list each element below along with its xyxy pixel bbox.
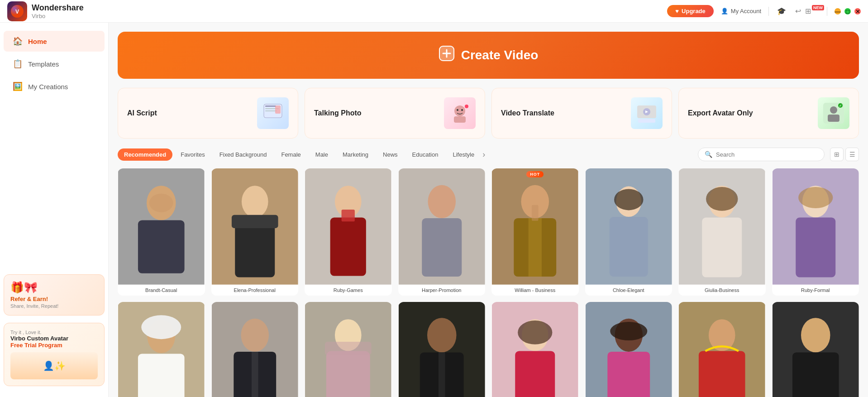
talking-photo-title: Talking Photo — [314, 109, 362, 117]
svg-rect-54 — [796, 218, 835, 277]
feature-card-ai-script[interactable]: AI Script — [118, 88, 298, 139]
sidebar-item-home-label: Home — [28, 38, 47, 45]
history-icon[interactable]: ↩ — [792, 6, 803, 17]
maximize-button[interactable]: □ — [844, 8, 851, 14]
video-translate-title: Video Translate — [501, 109, 554, 117]
graduation-icon[interactable]: 🎓 — [776, 6, 787, 17]
svg-point-10 — [454, 105, 465, 116]
promo-image: 👤✨ — [10, 352, 98, 379]
filter-tab-lifestyle[interactable]: Lifestyle — [446, 148, 481, 161]
avatar-card-10[interactable]: Gabriel-Business — [211, 302, 299, 397]
feature-card-export-avatar[interactable]: Export Avatar Only ✓ — [678, 88, 859, 139]
feature-card-talking-photo[interactable]: Talking Photo — [305, 88, 485, 139]
templates-icon: 📋 — [13, 59, 23, 69]
svg-rect-18 — [638, 119, 655, 123]
avatar-image — [305, 302, 392, 397]
svg-point-47 — [614, 189, 643, 210]
minimize-button[interactable]: — — [835, 8, 841, 14]
search-input[interactable] — [716, 151, 818, 158]
avatar-card-5[interactable]: HOTWilliam - Business — [491, 168, 579, 296]
svg-point-69 — [427, 318, 456, 352]
avatar-card-2[interactable]: Elena-Professional — [211, 168, 299, 296]
avatar-name: Chloe-Elegant — [585, 285, 672, 296]
grid-view-button[interactable]: ⊞ — [830, 148, 844, 161]
avatar-image — [398, 302, 486, 397]
grid-icon[interactable]: ⊞ NEW — [809, 6, 820, 17]
svg-rect-34 — [330, 218, 366, 276]
avatar-image — [305, 168, 392, 285]
filter-tab-marketing[interactable]: Marketing — [336, 148, 375, 161]
avatar-card-7[interactable]: Giulia-Business — [678, 168, 766, 296]
ai-script-image — [257, 97, 289, 129]
titlebar: V Wondershare Virbo ♥ Upgrade 👤 My Accou… — [0, 0, 868, 23]
home-icon: 🏠 — [13, 36, 23, 46]
create-video-icon — [439, 45, 455, 65]
svg-rect-50 — [702, 218, 742, 277]
avatar-card-4[interactable]: Harper-Promotion — [398, 168, 486, 296]
avatar-image — [118, 168, 205, 285]
avatar-image — [211, 168, 299, 285]
svg-rect-11 — [454, 116, 466, 123]
svg-point-51 — [706, 187, 738, 211]
avatar-name: Elena-Professional — [211, 285, 299, 296]
svg-point-79 — [610, 322, 647, 340]
svg-rect-82 — [699, 351, 745, 397]
svg-rect-78 — [607, 352, 650, 397]
virbo-custom-title: Virbo Custom Avatar — [10, 335, 98, 342]
svg-rect-38 — [422, 218, 462, 277]
svg-rect-63 — [251, 352, 258, 397]
avatar-name: Ruby-Games — [305, 285, 392, 296]
filter-tab-recommended[interactable]: Recommended — [118, 148, 172, 161]
filter-bar: Recommended Favorites Fixed Background F… — [118, 148, 859, 161]
avatar-image — [772, 168, 859, 285]
avatar-image — [585, 302, 672, 397]
svg-rect-6 — [265, 105, 276, 107]
svg-rect-46 — [609, 217, 648, 277]
sidebar-item-templates[interactable]: 📋 Templates — [4, 53, 105, 74]
avatar-card-8[interactable]: Ruby-Formal — [772, 168, 859, 296]
virbo-trial-promo[interactable]: Try it , Love it. Virbo Custom Avatar Fr… — [4, 323, 105, 386]
avatar-card-16[interactable]: Noppon - Fitness — [772, 302, 859, 397]
hot-badge: HOT — [526, 171, 544, 177]
filter-tab-female[interactable]: Female — [275, 148, 307, 161]
sidebar-item-home[interactable]: 🏠 Home — [4, 31, 105, 52]
list-view-button[interactable]: ☰ — [845, 148, 859, 161]
svg-point-61 — [241, 318, 269, 351]
avatar-card-9[interactable]: Arjun - Araber — [118, 302, 205, 397]
avatar-card-13[interactable]: Harper - News Anchor — [491, 302, 579, 397]
svg-point-27 — [149, 194, 173, 212]
avatar-image — [678, 302, 766, 397]
feature-cards: AI Script Talking Phot — [118, 88, 859, 139]
svg-point-14 — [465, 105, 468, 108]
refer-earn-promo[interactable]: 🎁🎀 Refer & Earn! Share, Invite, Repeat! — [4, 274, 105, 316]
feature-card-video-translate[interactable]: Video Translate — [491, 88, 672, 139]
my-account-button[interactable]: 👤 My Account — [721, 8, 761, 14]
avatar-name: Harper-Promotion — [398, 285, 486, 296]
avatar-card-12[interactable]: John-Marketer — [398, 302, 486, 397]
avatar-card-11[interactable]: Mina - Hanfu — [305, 302, 392, 397]
svg-rect-67 — [325, 342, 372, 355]
create-video-banner[interactable]: Create Video — [118, 32, 859, 79]
avatar-card-14[interactable]: Contee-Leisure — [585, 302, 672, 397]
filter-tab-education[interactable]: Education — [406, 148, 445, 161]
close-button[interactable]: ✕ — [854, 8, 861, 14]
avatar-card-15[interactable]: Amara - Traditional — [678, 302, 766, 397]
avatar-card-6[interactable]: Chloe-Elegant — [585, 168, 672, 296]
svg-rect-66 — [326, 351, 370, 397]
app-brand: Virbo — [32, 13, 84, 19]
sidebar-item-my-creations-label: My Creations — [28, 83, 68, 91]
svg-rect-35 — [342, 210, 355, 221]
avatar-card-1[interactable]: Brandt-Casual — [118, 168, 205, 296]
upgrade-button[interactable]: ♥ Upgrade — [667, 5, 713, 17]
avatar-card-3[interactable]: Ruby-Games — [305, 168, 392, 296]
filter-more-icon[interactable]: › — [482, 150, 485, 159]
svg-point-84 — [801, 318, 830, 352]
app-brand-area: V Wondershare Virbo — [7, 1, 84, 21]
video-translate-image — [631, 97, 663, 129]
filter-tab-news[interactable]: News — [377, 148, 404, 161]
filter-tab-favorites[interactable]: Favorites — [174, 148, 211, 161]
filter-tab-male[interactable]: Male — [309, 148, 334, 161]
svg-point-37 — [428, 185, 456, 218]
sidebar-item-my-creations[interactable]: 🖼️ My Creations — [4, 76, 105, 97]
filter-tab-fixed-background[interactable]: Fixed Background — [213, 148, 273, 161]
